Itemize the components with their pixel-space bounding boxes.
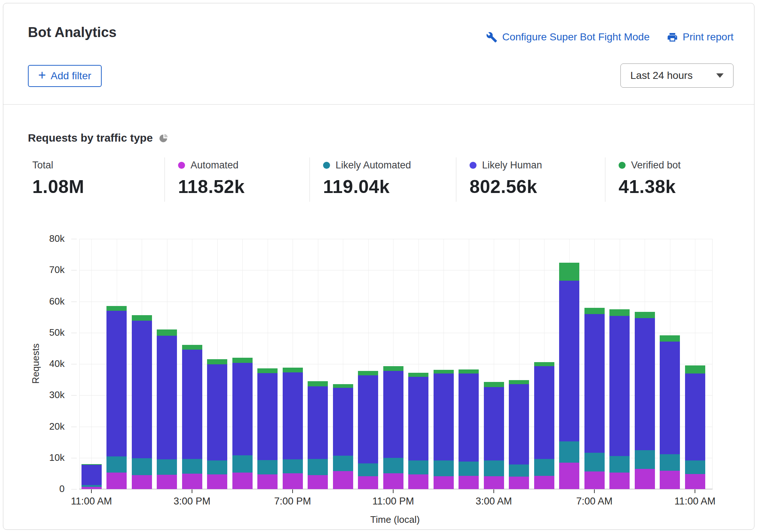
y-gridline (79, 302, 713, 302)
x-tick (292, 489, 293, 493)
stat-likely-human-value: 802.56k (470, 176, 605, 197)
chart-bar[interactable] (434, 370, 454, 489)
chart-bar[interactable] (308, 381, 328, 489)
bar-segment-likely-automated (434, 460, 454, 476)
chart-bar[interactable] (635, 312, 655, 489)
x-tick (493, 489, 494, 493)
bar-segment-verified-bot (257, 368, 278, 373)
y-tick (71, 395, 77, 396)
bar-segment-automated (660, 471, 680, 489)
x-tick-label: 3:00 AM (459, 496, 529, 507)
bar-segment-likely-automated (157, 459, 177, 475)
bar-segment-automated (308, 475, 328, 489)
chart-bar[interactable] (609, 309, 630, 489)
time-range-dropdown[interactable]: Last 24 hours (620, 63, 734, 88)
bar-segment-verified-bot (207, 359, 227, 364)
bar-segment-likely-human (459, 374, 479, 462)
chart-bar[interactable] (584, 308, 605, 489)
chart-bar[interactable] (182, 345, 202, 489)
bar-segment-automated (408, 474, 428, 489)
chart-bar[interactable] (232, 358, 253, 489)
stat-likely-human-label: Likely Human (482, 160, 542, 171)
bar-segment-automated (182, 474, 202, 489)
pie-chart-icon (159, 133, 169, 143)
chart-bar[interactable] (358, 371, 378, 489)
y-tick-label: 0 (24, 483, 65, 495)
chart-bar[interactable] (408, 373, 428, 489)
y-tick (71, 427, 77, 427)
stat-likely-automated-value: 119.04k (323, 176, 456, 197)
x-tick-label: 3:00 PM (157, 496, 227, 507)
bar-segment-likely-human (584, 314, 605, 453)
bar-segment-verified-bot (534, 362, 554, 366)
bar-segment-likely-human (308, 386, 328, 459)
y-gridline (79, 270, 713, 270)
chart-bar[interactable] (333, 384, 353, 489)
bar-segment-automated (484, 476, 504, 489)
chart-bar[interactable] (685, 365, 705, 489)
bar-segment-verified-bot (584, 308, 605, 314)
plus-icon: + (38, 69, 46, 82)
bar-segment-likely-automated (459, 462, 479, 476)
bar-segment-likely-automated (559, 441, 579, 463)
chart-bar[interactable] (132, 315, 152, 489)
stat-automated: Automated 118.52k (164, 157, 309, 202)
bar-segment-likely-human (232, 363, 253, 455)
y-tick (71, 270, 77, 270)
chart-bar[interactable] (484, 382, 504, 489)
print-link-label: Print report (683, 31, 734, 43)
likely-human-dot-icon (470, 162, 477, 169)
bar-segment-automated (106, 473, 127, 489)
bar-segment-verified-bot (308, 381, 328, 386)
bar-segment-likely-automated (534, 459, 554, 476)
bar-segment-verified-bot (635, 312, 655, 318)
print-report-link[interactable]: Print report (667, 31, 734, 43)
bar-segment-verified-bot (484, 382, 504, 387)
chart-bar[interactable] (106, 306, 127, 489)
bar-segment-likely-human (106, 311, 127, 456)
x-tick-label: 7:00 AM (559, 496, 629, 507)
chart-bar[interactable] (283, 368, 303, 489)
bar-segment-verified-bot (408, 373, 428, 377)
stat-likely-automated-label: Likely Automated (336, 160, 411, 171)
x-tick-label: 11:00 AM (57, 496, 126, 507)
chart-bar[interactable] (257, 368, 278, 489)
bar-segment-automated (635, 469, 655, 489)
likely-automated-dot-icon (323, 162, 330, 169)
chart-bar[interactable] (534, 362, 554, 489)
chart-bar[interactable] (509, 380, 529, 489)
wrench-icon (486, 32, 497, 43)
add-filter-button[interactable]: + Add filter (28, 65, 102, 87)
chart-bar[interactable] (383, 366, 403, 489)
chart-bar[interactable] (82, 464, 102, 489)
chart-bar[interactable] (559, 263, 579, 489)
bar-segment-automated (257, 474, 278, 489)
y-tick (71, 239, 77, 239)
bar-segment-likely-human (408, 377, 428, 460)
bar-segment-likely-automated (232, 455, 253, 473)
bar-segment-likely-human (635, 318, 655, 451)
chart-bar[interactable] (207, 359, 227, 489)
y-tick (71, 364, 77, 364)
stat-total-label: Total (32, 160, 53, 171)
configure-link-label: Configure Super Bot Fight Mode (502, 31, 650, 43)
stat-total-value: 1.08M (32, 176, 164, 197)
stat-total: Total 1.08M (28, 157, 164, 202)
bar-segment-likely-human (358, 375, 378, 463)
bar-segment-likely-automated (584, 453, 605, 471)
x-tick-label: 11:00 AM (660, 496, 730, 507)
y-tick (71, 489, 77, 489)
bar-segment-likely-automated (660, 454, 680, 470)
bar-segment-likely-human (559, 281, 579, 441)
automated-dot-icon (178, 162, 185, 169)
bar-segment-verified-bot (509, 380, 529, 385)
chart-bar[interactable] (157, 329, 177, 489)
configure-super-bot-fight-mode-link[interactable]: Configure Super Bot Fight Mode (486, 31, 650, 43)
bar-segment-automated (232, 473, 253, 489)
y-gridline (79, 239, 713, 239)
chart-bar[interactable] (660, 335, 680, 489)
chart-bar[interactable] (459, 369, 479, 489)
bar-segment-automated (333, 471, 353, 489)
bar-segment-automated (459, 476, 479, 489)
bar-segment-likely-automated (358, 463, 378, 476)
